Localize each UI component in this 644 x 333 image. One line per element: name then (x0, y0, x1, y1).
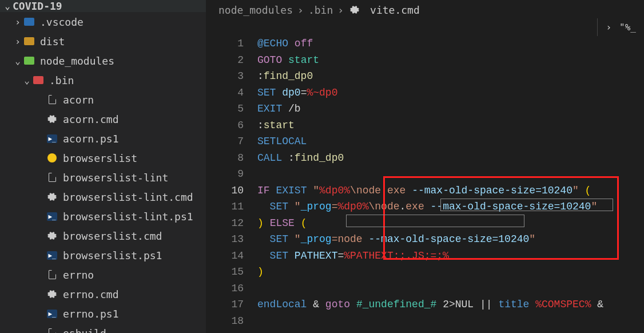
tree-item-errno-cmd[interactable]: errno.cmd (0, 284, 206, 304)
line-number: 17 (206, 296, 244, 313)
line-number: 8 (206, 150, 244, 166)
gear-icon (46, 288, 58, 300)
file-icon (46, 171, 58, 184)
line-number: 14 (206, 248, 244, 264)
tree-item-label: errno (63, 269, 94, 281)
file-icon (46, 93, 58, 106)
tree-item--vscode[interactable]: ›.vscode (0, 12, 206, 31)
line-number: 18 (206, 313, 244, 330)
code-line[interactable]: GOTO start (257, 52, 644, 69)
folder-icon (23, 35, 35, 47)
chevron-right-icon: › (13, 17, 23, 27)
code-line[interactable]: @ECHO off (257, 35, 644, 52)
powershell-icon: ▶_ (46, 307, 58, 320)
breadcrumb[interactable]: node_modules › .bin › vite.cmd (206, 0, 644, 19)
chevron-down-icon: ⌄ (22, 75, 32, 86)
gear-icon (46, 113, 58, 125)
tree-item-label: dist (40, 35, 65, 47)
file-icon (46, 268, 58, 281)
tree-item-label: browserslist-lint.cmd (63, 191, 193, 203)
tree-item-node-modules[interactable]: ⌄node_modules (0, 51, 206, 70)
line-number: 4 (206, 85, 244, 101)
line-number: 9 (206, 166, 244, 183)
tree-item-label: esbuild (63, 327, 106, 334)
code-line[interactable]: SET "_prog=node --max-old-space-size=102… (257, 231, 644, 248)
code-line[interactable]: :start (257, 117, 644, 134)
tree-item-label: node_modules (40, 55, 114, 67)
tree-item-browserslist-lint-ps1[interactable]: ▶_browserslist-lint.ps1 (0, 207, 206, 226)
tree-item-label: browserslist.ps1 (63, 249, 162, 261)
folder-icon (32, 74, 45, 86)
breadcrumb-part[interactable]: .bin (308, 4, 333, 16)
line-number: 16 (206, 280, 244, 297)
line-number: 12 (206, 215, 244, 232)
code-line[interactable] (257, 280, 644, 297)
code-line[interactable]: :find_dp0 (257, 68, 644, 85)
gear-icon (46, 191, 58, 203)
code-line[interactable]: SET dp0=%~dp0 (257, 85, 644, 101)
code-line[interactable]: SET "_prog=%dp0%\node.exe --max-old-spac… (257, 199, 644, 215)
chevron-down-icon: ⌄ (2, 1, 13, 11)
line-number: 15 (206, 264, 244, 280)
code-line[interactable]: ) (257, 264, 644, 280)
powershell-icon: ▶_ (46, 132, 58, 145)
code-content[interactable]: @ECHO offGOTO start:find_dp0SET dp0=%~dp… (257, 19, 644, 333)
tree-item-errno-ps1[interactable]: ▶_errno.ps1 (0, 304, 206, 323)
code-line[interactable]: SETLOCAL (257, 133, 644, 150)
folder-icon (23, 15, 35, 28)
line-number: 10 (206, 183, 244, 199)
code-line[interactable] (257, 313, 644, 330)
file-icon (46, 327, 58, 333)
tree-item-label: browserslist.cmd (63, 230, 162, 242)
tree-item-acorn-cmd[interactable]: acorn.cmd (0, 109, 206, 129)
breadcrumb-current[interactable]: vite.cmd (370, 4, 420, 16)
browserslist-icon (46, 152, 58, 164)
tree-item-label: browserslist (63, 152, 137, 164)
line-number: 5 (206, 101, 244, 117)
tree-item-browserslist-lint[interactable]: browserslist-lint (0, 168, 206, 187)
line-number: 7 (206, 133, 244, 150)
line-number: 11 (206, 199, 244, 215)
tree-item-acorn-ps1[interactable]: ▶_acorn.ps1 (0, 129, 206, 148)
chevron-right-icon: › (297, 4, 304, 16)
breadcrumb-part[interactable]: node_modules (218, 4, 293, 16)
code-line[interactable] (257, 166, 644, 183)
code-line[interactable]: SET PATHEXT=%PATHEXT:;.JS;=;% (257, 248, 644, 264)
line-number: 1 (206, 35, 244, 52)
tree-item--bin[interactable]: ⌄.bin (0, 70, 206, 90)
line-number-gutter: 123456789101112131415161718 (206, 19, 257, 333)
powershell-icon: ▶_ (46, 249, 58, 261)
tree-item-label: acorn.ps1 (63, 133, 119, 145)
gear-icon (348, 3, 361, 16)
tree-item-label: .vscode (40, 16, 84, 28)
line-number: 2 (206, 52, 244, 69)
code-editor[interactable]: 123456789101112131415161718 @ECHO offGOT… (206, 19, 644, 333)
gear-icon (46, 229, 58, 242)
code-line[interactable]: CALL :find_dp0 (257, 150, 644, 166)
tree-item-browserslist-ps1[interactable]: ▶_browserslist.ps1 (0, 245, 206, 265)
tree-item-acorn[interactable]: acorn (0, 90, 206, 109)
explorer-sidebar: ⌄ COVID-19 ›.vscode›dist⌄node_modules⌄.b… (0, 0, 206, 333)
powershell-icon: ▶_ (46, 210, 58, 223)
workspace-title: COVID-19 (13, 0, 62, 12)
code-line[interactable]: endLocal & goto #_undefined_# 2>NUL || t… (257, 296, 644, 313)
code-line[interactable]: EXIT /b (257, 101, 644, 117)
editor-pane: node_modules › .bin › vite.cmd › "%_ 123… (206, 0, 644, 333)
tree-item-dist[interactable]: ›dist (0, 31, 206, 51)
tree-item-errno[interactable]: errno (0, 265, 206, 284)
tree-item-label: acorn (63, 94, 94, 106)
code-line[interactable]: ) ELSE ( (257, 215, 644, 232)
tree-item-browserslist-cmd[interactable]: browserslist.cmd (0, 226, 206, 245)
tree-item-esbuild[interactable]: esbuild (0, 323, 206, 333)
chevron-right-icon: › (13, 36, 23, 47)
tree-item-browserslist-lint-cmd[interactable]: browserslist-lint.cmd (0, 187, 206, 207)
folder-icon (23, 54, 35, 67)
line-number: 6 (206, 117, 244, 134)
tree-item-browserslist[interactable]: browserslist (0, 148, 206, 168)
tree-item-label: .bin (49, 74, 74, 86)
tree-item-label: browserslist-lint.ps1 (63, 211, 193, 223)
code-line[interactable]: IF EXIST "%dp0%\node.exe --max-old-space… (257, 183, 644, 199)
tree-item-label: errno.cmd (63, 288, 119, 300)
workspace-root[interactable]: ⌄ COVID-19 (0, 0, 206, 12)
line-number: 13 (206, 231, 244, 248)
